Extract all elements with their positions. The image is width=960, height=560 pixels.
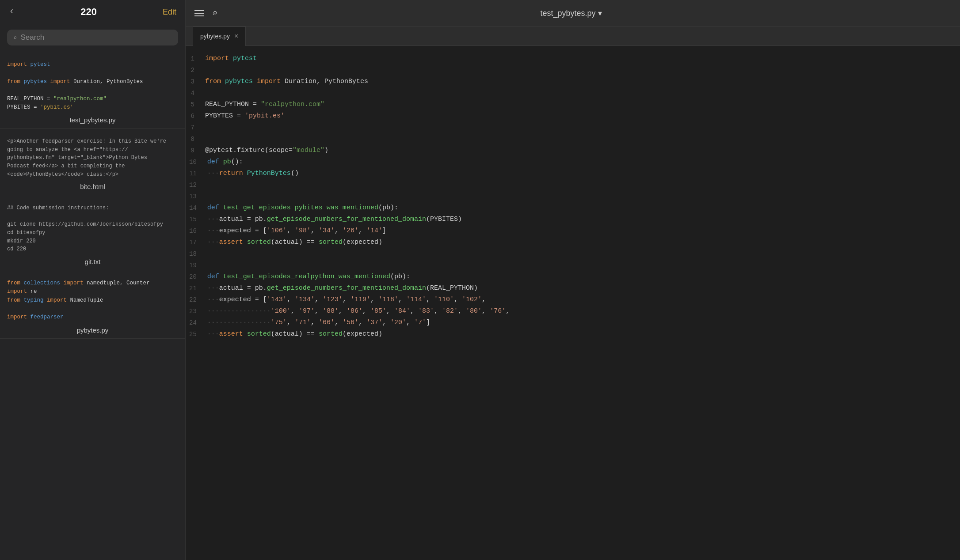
file-name-git-txt[interactable]: git.txt bbox=[0, 255, 185, 270]
code-line: 4 bbox=[186, 87, 960, 99]
line-number: 22 bbox=[189, 294, 207, 306]
line-number: 23 bbox=[189, 306, 207, 317]
code-line: 22···expected = ['143', '134', '123', '1… bbox=[186, 294, 960, 306]
line-content: @pytest.fixture(scope="module") bbox=[205, 145, 956, 156]
line-content: ···actual = pb.get_episode_numbers_for_m… bbox=[207, 214, 956, 225]
line-number: 16 bbox=[189, 225, 207, 237]
line-content: import pytest bbox=[205, 53, 956, 64]
line-number: 5 bbox=[189, 99, 205, 110]
hamburger-menu[interactable] bbox=[194, 10, 204, 16]
code-line: 8 bbox=[186, 133, 960, 145]
code-line: 13 bbox=[186, 191, 960, 202]
line-number: 8 bbox=[189, 133, 205, 145]
list-item[interactable]: import pytest from pybytes import Durati… bbox=[0, 54, 185, 131]
code-line: 20def test_get_episodes_realpython_was_m… bbox=[186, 271, 960, 283]
line-content: ···assert sorted(actual) == sorted(expec… bbox=[207, 237, 956, 248]
tab-pybytes-py[interactable]: pybytes.py × bbox=[193, 26, 246, 46]
back-button[interactable]: ‹ bbox=[9, 7, 15, 17]
line-content: ···expected = ['143', '134', '123', '119… bbox=[207, 294, 956, 306]
code-line: 21···actual = pb.get_episode_numbers_for… bbox=[186, 283, 960, 294]
file-name-bite-html[interactable]: bite.html bbox=[0, 180, 185, 195]
line-content: ···assert sorted(actual) == sorted(expec… bbox=[207, 329, 956, 340]
line-number: 13 bbox=[189, 191, 207, 202]
line-content: def test_get_episodes_realpython_was_men… bbox=[207, 271, 956, 283]
line-content bbox=[207, 179, 956, 191]
left-panel: ‹ 220 Edit ⌕ import pytest from pybytes … bbox=[0, 0, 186, 560]
line-number: 18 bbox=[189, 248, 207, 260]
code-line: 25···assert sorted(actual) == sorted(exp… bbox=[186, 329, 960, 340]
top-bar: ⌕ test_pybytes.py ▾ bbox=[186, 0, 960, 26]
file-code-preview-bite-html: <p>Another feedparser exercise! In this … bbox=[0, 134, 185, 180]
code-line: 23················'100', '97', '88', '86… bbox=[186, 306, 960, 317]
search-icon-top[interactable]: ⌕ bbox=[212, 8, 217, 19]
line-content: PYBYTES = 'pybit.es' bbox=[205, 110, 956, 122]
search-bar[interactable]: ⌕ bbox=[7, 30, 178, 45]
tab-bar: pybytes.py × bbox=[186, 26, 960, 46]
code-line: 18 bbox=[186, 248, 960, 260]
line-content: ················'75', '71', '66', '56', … bbox=[207, 317, 956, 329]
list-item[interactable]: ## Code submission instructions: git clo… bbox=[0, 198, 185, 273]
file-title: test_pybytes.py ▾ bbox=[540, 9, 602, 18]
line-content: REAL_PYTHON = "realpython.com" bbox=[205, 99, 956, 110]
line-number: 2 bbox=[189, 64, 205, 76]
file-code-preview-pybytes: from collections import namedtuple, Coun… bbox=[0, 276, 185, 324]
code-line: 3from pybytes import Duration, PythonByt… bbox=[186, 76, 960, 87]
line-content bbox=[207, 260, 956, 271]
file-name-pybytes-py[interactable]: pybytes.py bbox=[0, 324, 185, 339]
line-content bbox=[207, 248, 956, 260]
code-line: 14def test_get_episodes_pybites_was_ment… bbox=[186, 202, 960, 214]
search-icon: ⌕ bbox=[13, 34, 17, 42]
code-line: 19 bbox=[186, 260, 960, 271]
line-content: def test_get_episodes_pybites_was_mentio… bbox=[207, 202, 956, 214]
line-number: 19 bbox=[189, 260, 207, 271]
code-line: 17···assert sorted(actual) == sorted(exp… bbox=[186, 237, 960, 248]
code-line: 2 bbox=[186, 64, 960, 76]
line-number: 24 bbox=[189, 317, 207, 329]
file-list: import pytest from pybytes import Durati… bbox=[0, 51, 185, 560]
line-number: 1 bbox=[189, 53, 205, 64]
line-number: 3 bbox=[189, 76, 205, 87]
code-line: 11···return PythonBytes() bbox=[186, 168, 960, 179]
line-content bbox=[207, 191, 956, 202]
line-number: 17 bbox=[189, 237, 207, 248]
list-item[interactable]: <p>Another feedparser exercise! In this … bbox=[0, 131, 185, 198]
code-area[interactable]: 1import pytest2 3from pybytes import Dur… bbox=[186, 46, 960, 560]
line-number: 25 bbox=[189, 329, 207, 340]
line-number: 6 bbox=[189, 110, 205, 122]
code-line: 1import pytest bbox=[186, 53, 960, 64]
code-line: 15···actual = pb.get_episode_numbers_for… bbox=[186, 214, 960, 225]
line-number: 7 bbox=[189, 122, 205, 133]
line-content bbox=[205, 87, 956, 99]
tab-label: pybytes.py bbox=[200, 33, 230, 40]
line-content: ···expected = ['106', '98', '34', '26', … bbox=[207, 225, 956, 237]
file-code-preview-git-txt: ## Code submission instructions: git clo… bbox=[0, 201, 185, 255]
right-panel: ⌕ test_pybytes.py ▾ pybytes.py × 1import… bbox=[186, 0, 960, 560]
code-line: 12 bbox=[186, 179, 960, 191]
line-number: 14 bbox=[189, 202, 207, 214]
top-bar-left: ⌕ bbox=[194, 8, 217, 19]
file-name-test-pybytes[interactable]: test_pybytes.py bbox=[0, 114, 185, 129]
line-content: def pb(): bbox=[207, 156, 956, 168]
code-line: 10def pb(): bbox=[186, 156, 960, 168]
line-number: 11 bbox=[189, 168, 207, 179]
left-header: ‹ 220 Edit bbox=[0, 0, 185, 24]
line-number: 4 bbox=[189, 87, 205, 99]
line-content: ···actual = pb.get_episode_numbers_for_m… bbox=[207, 283, 956, 294]
code-line: 16···expected = ['106', '98', '34', '26'… bbox=[186, 225, 960, 237]
code-line: 24················'75', '71', '66', '56'… bbox=[186, 317, 960, 329]
search-input[interactable] bbox=[20, 33, 172, 42]
line-content bbox=[205, 122, 956, 133]
line-number: 15 bbox=[189, 214, 207, 225]
line-number: 20 bbox=[189, 271, 207, 283]
line-number: 12 bbox=[189, 179, 207, 191]
code-line: 6PYBYTES = 'pybit.es' bbox=[186, 110, 960, 122]
tab-close-button[interactable]: × bbox=[234, 32, 238, 40]
line-number: 10 bbox=[189, 156, 207, 168]
code-line: 7 bbox=[186, 122, 960, 133]
line-content bbox=[205, 133, 956, 145]
list-item[interactable]: from collections import namedtuple, Coun… bbox=[0, 273, 185, 341]
code-line: 9@pytest.fixture(scope="module") bbox=[186, 145, 960, 156]
file-title-container: test_pybytes.py ▾ bbox=[540, 8, 602, 18]
line-content bbox=[205, 64, 956, 76]
edit-button[interactable]: Edit bbox=[163, 8, 176, 17]
